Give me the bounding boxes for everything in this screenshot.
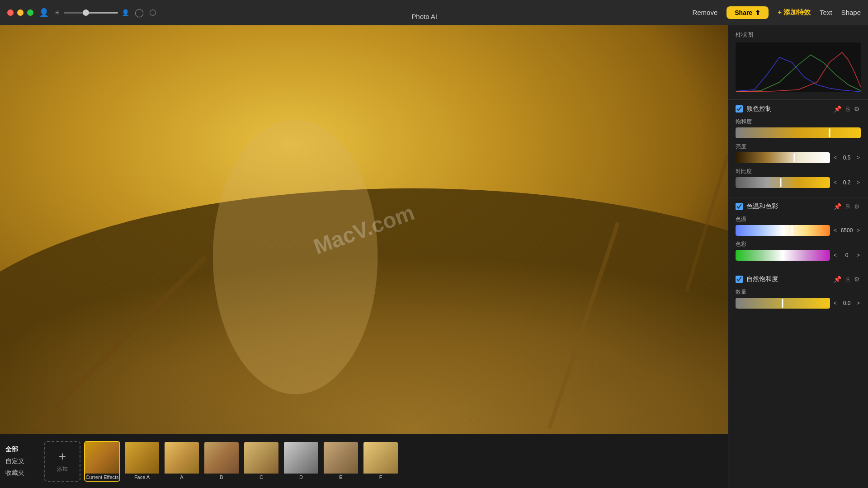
close-button[interactable]: [7, 9, 14, 16]
contrast-control: < 0.2 >: [736, 177, 861, 188]
vibrance-title: 自然饱和度: [746, 275, 829, 283]
thumb-a[interactable]: A: [164, 441, 200, 482]
add-label: 添加: [57, 465, 68, 473]
temperature-value: 6500: [839, 227, 855, 234]
thumb-label-current: Current Effects: [85, 474, 119, 481]
brightness-low-icon: ☀: [54, 9, 60, 16]
main-layout: MacV.com 全部 自定义 收藏夹 + 添加 Current Effects: [0, 25, 868, 488]
titlebar-right: Remove Share ⬆ + 添加特效 Text Shape: [692, 6, 861, 19]
saturation-gradient: [736, 127, 861, 138]
vib-pin-icon[interactable]: 📌: [833, 275, 842, 284]
sidebar-favorites[interactable]: 收藏夹: [5, 469, 35, 477]
minimize-button[interactable]: [17, 9, 24, 16]
temperature-increment[interactable]: >: [856, 227, 861, 234]
temperature-thumb: [792, 226, 793, 235]
vibrance-label: 数量: [736, 288, 861, 296]
temperature-gradient: [736, 225, 830, 236]
temperature-checkbox[interactable]: [736, 203, 743, 210]
brightness-thumb: [793, 153, 795, 162]
vibrance-increment[interactable]: >: [856, 300, 861, 306]
plus-icon: +: [59, 449, 66, 464]
thumb-current-effects[interactable]: Current Effects: [84, 441, 120, 482]
dropbox-icon[interactable]: ⬡: [149, 8, 156, 18]
maximize-button[interactable]: [27, 9, 33, 16]
thumb-b[interactable]: B: [203, 441, 240, 482]
tint-row: 色彩 < 0 >: [736, 240, 861, 261]
person-icon[interactable]: 👤: [39, 8, 49, 18]
sidebar-custom[interactable]: 自定义: [5, 457, 35, 465]
tint-control: < 0 >: [736, 250, 861, 261]
add-effect-button[interactable]: + 添加特效: [778, 8, 811, 17]
thumb-img-e: [324, 442, 358, 474]
vib-copy-icon[interactable]: ⎘: [845, 275, 850, 284]
circle-icon[interactable]: ◯: [135, 8, 144, 18]
temperature-header: 色温和色彩 📌 ⎘ ⚙: [736, 202, 861, 211]
brightness-track[interactable]: [736, 152, 830, 163]
color-temperature-row: 色温 < 6500 >: [736, 216, 861, 236]
thumb-label-a: A: [165, 474, 199, 481]
thumb-label-face-a: Face A: [125, 474, 159, 481]
thumb-label-d: D: [284, 474, 318, 481]
tint-value-box: < 0 >: [833, 252, 861, 258]
thumb-img-current: [85, 442, 119, 474]
vibrance-checkbox[interactable]: [736, 276, 743, 283]
sidebar-all[interactable]: 全部: [5, 446, 35, 454]
saturation-label: 饱和度: [736, 118, 861, 126]
contrast-decrement[interactable]: <: [833, 179, 838, 186]
add-preset-button[interactable]: + 添加: [44, 441, 80, 482]
app-name: Photo AI: [411, 13, 437, 20]
contrast-track[interactable]: [736, 177, 830, 188]
shape-button[interactable]: Shape: [841, 9, 861, 16]
brightness-label: 亮度: [736, 143, 861, 150]
temp-copy-icon[interactable]: ⎘: [845, 202, 850, 211]
vibrance-control: < 0.0 >: [736, 298, 861, 309]
vibrance-header: 自然饱和度 📌 ⎘ ⚙: [736, 275, 861, 284]
thumb-e[interactable]: E: [323, 441, 359, 482]
share-button[interactable]: Share ⬆: [726, 6, 769, 19]
contrast-gradient: [736, 177, 830, 188]
color-control-checkbox[interactable]: [736, 105, 743, 113]
brightness-row: 亮度 < 0.5 >: [736, 143, 861, 163]
tint-track[interactable]: [736, 250, 830, 261]
thumb-label-b: B: [204, 474, 239, 481]
tint-increment[interactable]: >: [856, 252, 861, 258]
color-control-header: 颜色控制 📌 ⎘ ⚙: [736, 104, 861, 113]
share-icon: ⬆: [755, 9, 760, 16]
thumb-img-face-a: [125, 442, 159, 474]
color-temperature-label: 色温: [736, 216, 861, 223]
tint-value: 0: [839, 252, 855, 258]
brightness-decrement[interactable]: <: [833, 155, 838, 161]
thumb-d[interactable]: D: [283, 441, 319, 482]
remove-button[interactable]: Remove: [692, 9, 717, 16]
tint-label: 色彩: [736, 240, 861, 248]
right-panel: 柱状图 颜色控制 📌 ⎘ ⚙ 饱和度: [728, 25, 868, 488]
vibrance-decrement[interactable]: <: [833, 300, 838, 306]
contrast-increment[interactable]: >: [856, 179, 861, 186]
tint-decrement[interactable]: <: [833, 252, 838, 258]
brightness-slider[interactable]: [64, 12, 118, 14]
vibrance-value: 0.0: [839, 300, 855, 306]
thumb-face-a[interactable]: Face A: [124, 441, 160, 482]
vib-settings-icon[interactable]: ⚙: [853, 275, 861, 284]
color-temperature-control: < 6500 >: [736, 225, 861, 236]
text-button[interactable]: Text: [820, 9, 832, 16]
thumb-c[interactable]: C: [243, 441, 279, 482]
temperature-value-box: < 6500 >: [833, 227, 861, 234]
brightness-value-box: < 0.5 >: [833, 155, 861, 161]
temp-settings-icon[interactable]: ⚙: [853, 202, 861, 211]
thumb-f[interactable]: F: [363, 441, 399, 482]
temperature-decrement[interactable]: <: [833, 227, 838, 234]
temperature-title: 色温和色彩: [746, 202, 829, 211]
saturation-track[interactable]: [736, 127, 861, 138]
temp-pin-icon[interactable]: 📌: [833, 202, 842, 211]
copy-icon[interactable]: ⎘: [845, 104, 850, 113]
thumb-img-b: [204, 442, 239, 474]
color-temperature-track[interactable]: [736, 225, 830, 236]
settings-icon[interactable]: ⚙: [853, 104, 861, 113]
pin-icon[interactable]: 📌: [833, 104, 842, 113]
vibrance-row: 数量 < 0.0 >: [736, 288, 861, 309]
brightness-increment[interactable]: >: [856, 155, 861, 161]
vibrance-track[interactable]: [736, 298, 830, 309]
contrast-value: 0.2: [839, 179, 855, 186]
strip-thumbnails: + 添加 Current Effects Face A A: [41, 434, 728, 488]
